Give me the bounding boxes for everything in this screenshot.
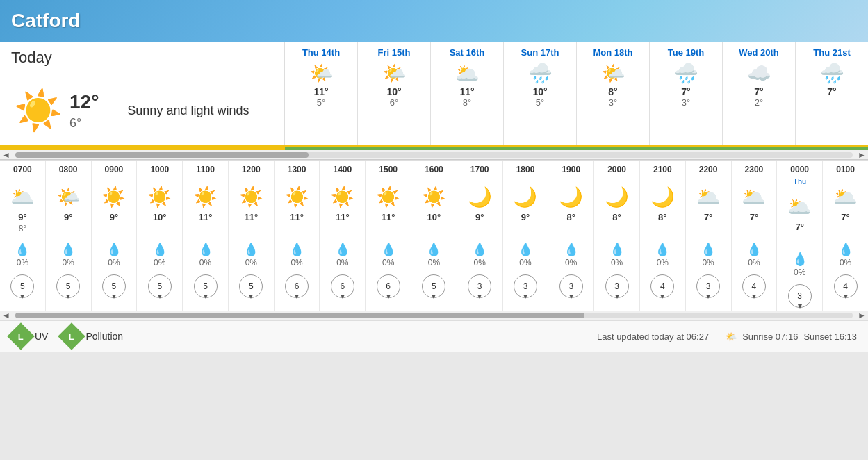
hour-temp: 11° <box>336 212 350 222</box>
wind-arrow <box>569 295 573 299</box>
forecast-icon: 🌤️ <box>309 62 334 85</box>
forecast-icon: 🌧️ <box>820 62 844 85</box>
wind-speed: 6 <box>386 281 391 291</box>
precip-pct: 0% <box>17 258 28 268</box>
hour-label: 0800 <box>59 161 78 177</box>
forecast-day-label: Wed 20th <box>739 47 779 58</box>
hour-icon: 🌙 <box>468 183 492 211</box>
wind-speed: 5 <box>20 281 25 291</box>
hour-temp: 7° <box>795 222 803 232</box>
forecast-day-3[interactable]: Sun 17th 🌧️ 10° 5° <box>504 42 577 145</box>
forecast-day-5[interactable]: Tue 19th 🌧️ 7° 3° <box>650 42 723 145</box>
wind-arrow <box>477 295 482 299</box>
hour-label: 1000 <box>150 161 169 177</box>
hour-col-9: 1600 ☀️ 10° 💧 0% 5 <box>411 161 457 311</box>
hour-icon: ☀️ <box>147 183 172 211</box>
hour-col-13: 2000 🌙 8° 💧 0% 3 <box>594 161 640 311</box>
wind-speed: 3 <box>797 291 802 301</box>
hour-col-16: 2300 🌥️ 7° 💧 0% 4 <box>732 161 778 311</box>
wind-arrow <box>660 295 664 299</box>
precip-pct: 0% <box>199 258 211 268</box>
wind-arrow <box>204 295 208 299</box>
wind-indicator: 3 <box>514 274 537 298</box>
wind-arrow <box>615 295 619 299</box>
forecast-temp-low: 5° <box>317 97 325 108</box>
hour-label: 2200 <box>699 161 718 177</box>
hour-col-7: 1400 ☀️ 11° 💧 0% 6 <box>320 161 366 311</box>
hour-temp: 8° <box>612 212 621 222</box>
uv-label: UV <box>35 331 48 342</box>
hour-temp: 9° <box>475 212 484 222</box>
wind-arrow <box>295 295 299 299</box>
updated-text: Last updated today at 06:27 <box>597 331 709 342</box>
bottom-left: L UV L Pollution <box>11 327 123 346</box>
hour-col-5: 1200 ☀️ 11° 💧 0% 5 <box>229 161 275 311</box>
scroll-right-btn[interactable]: ► <box>855 150 868 160</box>
forecast-temp-high: 11° <box>313 86 328 97</box>
precip-icon: 💧 <box>792 252 808 267</box>
wind-indicator: 6 <box>285 274 309 298</box>
wind-indicator: 5 <box>10 274 34 298</box>
hour-icon: 🌥️ <box>742 183 766 211</box>
wind-speed: 3 <box>706 281 711 291</box>
wind-indicator: 3 <box>696 274 720 298</box>
wind-speed: 3 <box>477 281 482 291</box>
bottom-bar: L UV L Pollution Last updated today at 0… <box>0 320 868 352</box>
wind-indicator: 3 <box>788 284 812 308</box>
forecast-icon: 🌧️ <box>528 62 552 85</box>
forecast-day-1[interactable]: Fri 15th 🌤️ 10° 6° <box>358 42 431 145</box>
forecast-temp-low: 3° <box>682 97 690 108</box>
precip-pct: 0% <box>794 268 805 277</box>
forecast-day-6[interactable]: Wed 20th ☁️ 7° 2° <box>723 42 796 145</box>
forecast-temp-high: 7° <box>827 86 836 97</box>
hour-label: 2300 <box>745 161 764 177</box>
hour-temp: 11° <box>290 212 304 222</box>
hour-label: 1800 <box>516 161 535 177</box>
hour-label: 0900 <box>105 161 124 177</box>
forecast-day-7[interactable]: Thu 21st 🌧️ 7° <box>796 42 868 145</box>
sunset-text: Sunset 16:13 <box>803 331 857 342</box>
forecast-day-label: Thu 14th <box>302 47 340 58</box>
precip-icon: 💧 <box>609 242 625 257</box>
wind-speed: 6 <box>295 281 300 291</box>
scrollbar-thumb2 <box>15 313 585 318</box>
hour-col-6: 1300 ☀️ 11° 💧 0% 6 <box>275 161 320 311</box>
wind-speed: 4 <box>752 281 757 291</box>
precip-pct: 0% <box>108 258 120 268</box>
hourly-section: 0700 🌥️ 9° 8° 💧 0% 5 0800 🌤️ 9° 💧 0% 5 0… <box>0 160 868 311</box>
scroll-right-btn2[interactable]: ► <box>855 311 868 320</box>
wind-arrow <box>341 295 345 299</box>
hour-label: 1900 <box>562 161 580 177</box>
hour-temp: 11° <box>199 212 213 222</box>
forecast-day-2[interactable]: Sat 16th 🌥️ 11° 8° <box>431 42 504 145</box>
forecast-icon: 🌥️ <box>455 62 480 85</box>
hour-col-2: 0900 ☀️ 9° 💧 0% 5 <box>92 161 138 311</box>
scroll-left-btn[interactable]: ◄ <box>0 150 13 160</box>
precip-pct: 0% <box>702 258 714 268</box>
hour-icon: 🌥️ <box>10 183 35 211</box>
bottom-scrollbar[interactable]: ◄ ► <box>0 311 868 320</box>
precip-icon: 💧 <box>152 242 167 257</box>
hour-col-0: 0700 🌥️ 9° 8° 💧 0% 5 <box>0 161 46 311</box>
today-description: Sunny and light winds <box>113 104 249 118</box>
wind-arrow <box>432 295 436 299</box>
wind-indicator: 5 <box>194 274 218 298</box>
wind-indicator: 5 <box>148 274 172 298</box>
top-scrollbar[interactable]: ◄ ► <box>0 150 868 160</box>
hour-icon: 🌙 <box>559 183 583 211</box>
scroll-left-btn2[interactable]: ◄ <box>0 311 13 320</box>
sunrise-text: Sunrise 07:16 <box>742 331 798 342</box>
forecast-day-0[interactable]: Thu 14th 🌤️ 11° 5° <box>285 42 358 145</box>
forecast-day-label: Sat 16th <box>450 47 485 58</box>
forecast-day-label: Fri 15th <box>378 47 411 58</box>
precip-icon: 💧 <box>472 242 487 257</box>
hour-label: 1500 <box>379 161 398 177</box>
forecast-day-4[interactable]: Mon 18th 🌤️ 8° 3° <box>577 42 650 145</box>
hour-temp: 10° <box>153 212 167 222</box>
forecast-temp-low: 6° <box>390 97 398 108</box>
forecast-temp-low: 5° <box>536 97 544 108</box>
today-label: Today <box>11 49 52 67</box>
wind-speed: 5 <box>432 281 436 291</box>
hour-temp: 11° <box>382 212 395 222</box>
wind-indicator: 3 <box>605 274 629 298</box>
